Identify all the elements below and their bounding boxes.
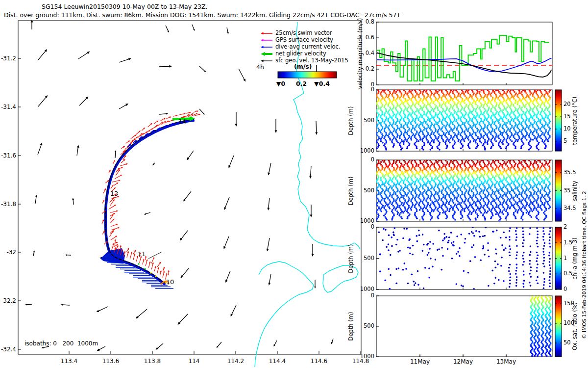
map-panel	[18, 20, 361, 367]
depth-tick-label: 500	[364, 323, 374, 329]
map-colorbar-title: (m/s)	[294, 64, 312, 70]
temperature-colorbar-tick-label: 10	[564, 126, 571, 132]
velocity-ytick-label: 0.6	[366, 35, 374, 41]
figure-subtitle: Dist. over ground: 111km. Dist. swum: 86…	[4, 12, 400, 19]
depth-tick-label: 500	[364, 188, 374, 194]
date-tick-label: 13May	[496, 359, 516, 365]
map-lon-tick-label: 113.6	[102, 358, 119, 364]
map-lon-tick-label: 114	[189, 358, 200, 364]
depth-tick-label: 0	[371, 293, 374, 299]
depth-axis-label: Depth (m)	[348, 244, 354, 273]
map-lat-tick-label: -31.2	[1, 55, 16, 61]
glider-track	[100, 110, 201, 289]
map-colorbar-tick-label: 0.2	[296, 81, 307, 87]
panel-oxygen	[376, 295, 562, 357]
map-colorbar-tick-label: ▼0.4	[314, 81, 330, 87]
temperature-data	[376, 89, 551, 150]
date-tick-label: 11May	[410, 359, 430, 365]
legend-item-label: 25cm/s swim vector	[275, 30, 332, 36]
depth-tick-label: 0	[371, 157, 374, 163]
track-day-label: 13	[110, 190, 119, 197]
panel-salinity	[375, 159, 562, 222]
track-day-label: 11	[138, 251, 146, 257]
map-lon-tick-label: 114.2	[227, 358, 244, 364]
panel-chl-a	[376, 226, 562, 289]
track-day-label: 14	[178, 118, 187, 125]
legend-item-label: GPS surface velocity	[275, 37, 333, 43]
temperature-colorbar-label: temperature (°C)	[572, 96, 578, 145]
imos-caption: © IMOS 15-Feb-2019 04:14:36 Hobart time.…	[582, 191, 587, 339]
track-line	[105, 119, 194, 284]
salinity-colorbar-tick-label: 35.5	[564, 170, 576, 176]
depth-tick-label: 0	[371, 224, 374, 230]
velocity-ytick-label: 0.4	[366, 51, 374, 56]
velocity-ytick-label: 0.2	[366, 66, 374, 72]
legend-duration-label: 4h	[256, 64, 264, 71]
depth-tick-label: 1000	[360, 354, 374, 360]
map-lat-tick-label: -32	[6, 249, 16, 255]
map-lon-tick-label: 113.4	[61, 358, 77, 364]
map-lat-tick-label: -32.4	[1, 346, 16, 352]
legend-item-label: net glider velocity	[275, 51, 326, 57]
salinity-colorbar-tick-label: 35	[564, 188, 571, 194]
temperature-colorbar	[555, 90, 562, 151]
map-lat-tick-label: -31.8	[1, 201, 16, 207]
geostrophic-quiver	[25, 20, 333, 351]
depth-tick-label: 1000	[360, 148, 374, 154]
figure-title: SG154 Leeuwin20150309 10-May 00Z to 13-M…	[42, 4, 208, 10]
depth-tick-label: 0	[371, 87, 374, 93]
map-lon-tick-label: 114.6	[311, 358, 327, 364]
oxygen-colorbar-tick-label: 50	[564, 340, 571, 346]
depth-tick-label: 1000	[360, 287, 374, 292]
map-colorbar-tick-label: ▼0	[276, 81, 285, 87]
oxygen-colorbar	[555, 296, 562, 357]
panel-temperature	[376, 89, 562, 151]
map-lon-tick-label: 114.4	[269, 358, 286, 364]
map-lat-tick-label: -31.4	[1, 104, 16, 110]
salinity-colorbar-label: salinity	[572, 181, 578, 201]
legend-item-label: sfc geo. vel. 13-May-2015	[275, 58, 348, 64]
chl-a-colorbar-label: chl-a (mg m-3)	[572, 237, 578, 279]
chl-a-colorbar-tick-label: 1	[564, 256, 567, 262]
velocity-ylabel: velocity magnitude (m/s)	[358, 18, 364, 89]
chl-a-colorbar-tick-label: 2	[564, 224, 567, 230]
legend-item-label: dive-avg current veloc.	[275, 44, 341, 50]
velocity-panel	[376, 22, 552, 85]
dive-avg-current-band	[105, 120, 194, 285]
chl-a-data	[378, 226, 551, 289]
velocity-ytick-label: 0.8	[366, 19, 374, 25]
isobaths-note: isobaths: 0 200 1000m	[24, 341, 98, 346]
depth-tick-label: 500	[364, 256, 374, 262]
depth-axis-label: Depth (m)	[348, 106, 354, 135]
map-colorbar	[278, 72, 337, 78]
date-tick-label: 12May	[453, 359, 473, 365]
seaglider-figure: { "title": { "line1": "SG154 Leeuwin2015…	[0, 0, 588, 368]
map-lat-tick-label: -31.6	[1, 153, 16, 158]
temperature-colorbar-tick-label: 15	[564, 114, 571, 120]
depth-axis-label: Depth (m)	[348, 176, 354, 205]
track-day-label: 10	[166, 279, 174, 285]
temperature-colorbar-tick-label: 20	[564, 102, 571, 107]
depth-tick-label: 500	[364, 118, 374, 124]
salinity-colorbar-tick-label: 34.5	[564, 206, 576, 212]
salinity-data	[375, 159, 551, 222]
oxygen-colorbar-label: Ox. sat. ratio (%)	[572, 302, 578, 350]
depth-axis-label: Depth (m)	[348, 312, 354, 341]
oxygen-data	[530, 295, 552, 357]
temperature-colorbar-tick-label: 5	[564, 138, 567, 144]
map-lat-tick-label: -32.2	[1, 298, 16, 304]
chl-a-colorbar-tick-label: 0	[564, 287, 567, 292]
map-lon-tick-label: 113.8	[144, 358, 161, 364]
